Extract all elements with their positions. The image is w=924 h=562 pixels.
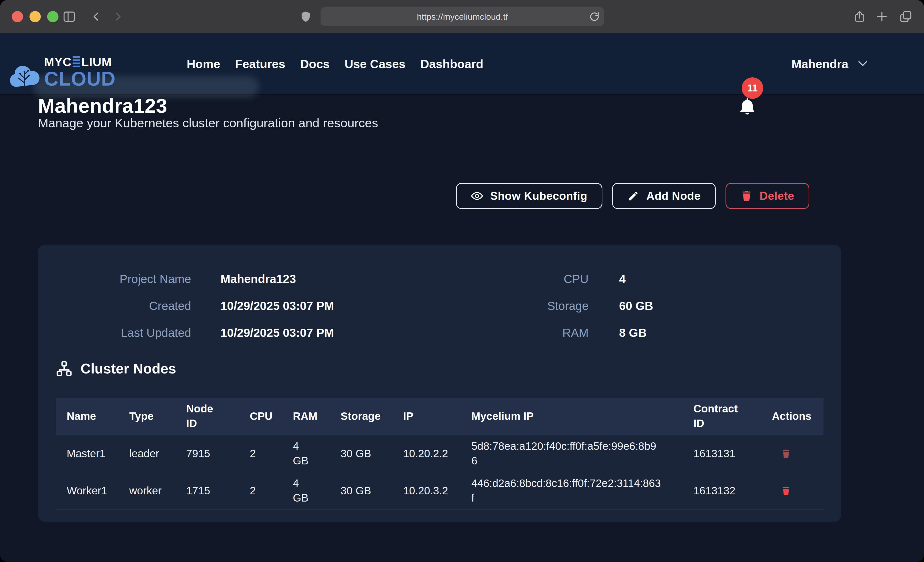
node-storage: 30 GB (340, 484, 403, 498)
tab-overview-icon[interactable] (899, 0, 912, 33)
nav-item-use-cases[interactable]: Use Cases (344, 57, 405, 71)
notification-badge: 11 (742, 77, 763, 99)
table-row: Worker1 worker 1715 2 4 GB 30 GB 10.20.3… (56, 472, 824, 510)
address-bar[interactable]: https://myceliumcloud.tf (321, 7, 604, 26)
back-button-icon[interactable] (90, 0, 102, 33)
detail-label: RAM (436, 320, 588, 346)
delete-cluster-button[interactable]: Delete (726, 183, 809, 209)
col-type: Type (129, 409, 186, 424)
last-updated-value: 10/29/2025 03:07 PM (220, 320, 334, 346)
col-contract-id: Contract ID (693, 402, 772, 430)
details-labels-left: Project Name Created Last Updated (38, 266, 191, 346)
node-type: leader (129, 447, 186, 461)
privacy-shield-icon[interactable] (300, 0, 312, 33)
pencil-icon (627, 190, 639, 202)
col-mycelium-ip: Mycelium IP (471, 409, 693, 424)
col-node-id: Node ID (186, 402, 250, 430)
url-text: https://myceliumcloud.tf (417, 12, 508, 22)
cluster-actions: Show Kubeconfig Add Node Delete (456, 183, 809, 209)
page-title: Mahendra123 (38, 94, 167, 118)
node-name: Master1 (67, 447, 129, 461)
user-name: Mahendra (791, 57, 848, 71)
node-name: Worker1 (67, 484, 129, 498)
cpu-value: 4 (619, 266, 653, 293)
refresh-icon[interactable] (589, 11, 600, 22)
detail-label: Project Name (38, 266, 191, 293)
logo-line1: MYC LIUM (44, 56, 116, 68)
table-row: Master1 leader 7915 2 4 GB 30 GB 10.20.2… (56, 435, 824, 472)
nav-links: Home Features Docs Use Cases Dashboard (187, 33, 483, 94)
cluster-nodes-table: Name Type Node ID CPU RAM Storage IP Myc… (56, 398, 824, 510)
cluster-nodes-heading: Cluster Nodes (56, 360, 176, 377)
logo-wordmark[interactable]: MYC LIUM CLOUD (44, 56, 116, 89)
minimize-window-button[interactable] (30, 11, 41, 22)
traffic-lights (12, 0, 58, 33)
row-actions (772, 485, 813, 496)
col-cpu: CPU (250, 409, 293, 424)
zoom-window-button[interactable] (47, 11, 58, 22)
node-contract-id: 1613131 (693, 447, 772, 461)
nav-item-dashboard[interactable]: Dashboard (420, 57, 483, 71)
close-window-button[interactable] (12, 11, 23, 22)
col-ip: IP (403, 409, 471, 424)
created-value: 10/29/2025 03:07 PM (220, 293, 334, 320)
site-navbar: MYC LIUM CLOUD Home Features Docs Use Ca… (0, 33, 924, 94)
browser-chrome: https://myceliumcloud.tf (0, 0, 924, 33)
col-actions: Actions (772, 409, 818, 424)
node-cpu: 2 (250, 447, 293, 461)
node-cpu: 2 (250, 484, 293, 498)
node-id: 1715 (186, 484, 250, 498)
add-node-button[interactable]: Add Node (612, 183, 716, 209)
eye-icon (471, 190, 483, 202)
project-name-value: Mahendra123 (220, 266, 334, 293)
table-header-row: Name Type Node ID CPU RAM Storage IP Myc… (56, 398, 824, 435)
detail-label: Storage (436, 293, 588, 320)
share-icon[interactable] (854, 0, 866, 33)
details-values-right: 4 60 GB 8 GB (619, 266, 653, 346)
sidebar-toggle-icon[interactable] (62, 0, 76, 33)
node-contract-id: 1613132 (693, 484, 772, 498)
row-actions (772, 448, 813, 459)
nav-item-home[interactable]: Home (187, 57, 220, 71)
detail-label: Created (38, 293, 191, 320)
node-ram: 4 GB (293, 439, 340, 468)
delete-node-icon[interactable] (781, 485, 791, 496)
network-icon (56, 360, 72, 377)
node-ip: 10.20.3.2 (403, 484, 471, 498)
ram-value: 8 GB (619, 320, 653, 346)
details-labels-right: CPU Storage RAM (436, 266, 588, 346)
node-mycelium-ip: 5d8:78ea:a120:f40c:ff0f:a5fe:99e6:8b96 (471, 439, 693, 468)
user-menu[interactable]: Mahendra (791, 33, 868, 94)
storage-value: 60 GB (619, 293, 653, 320)
nav-item-features[interactable]: Features (235, 57, 285, 71)
col-name: Name (67, 409, 129, 424)
details-values-left: Mahendra123 10/29/2025 03:07 PM 10/29/20… (220, 266, 334, 346)
node-ram: 4 GB (293, 476, 340, 505)
node-id: 7915 (186, 447, 250, 461)
logo-e-bars (73, 56, 80, 67)
logo-line2: CLOUD (44, 69, 116, 89)
node-storage: 30 GB (340, 447, 403, 461)
col-storage: Storage (340, 409, 403, 424)
notifications-button[interactable]: 11 (738, 77, 771, 124)
trash-icon (741, 190, 752, 202)
node-type: worker (129, 484, 186, 498)
nav-item-docs[interactable]: Docs (300, 57, 330, 71)
detail-label: CPU (436, 266, 588, 293)
cloud-logo-icon[interactable] (9, 58, 40, 93)
detail-label: Last Updated (38, 320, 191, 346)
show-kubeconfig-button[interactable]: Show Kubeconfig (456, 183, 602, 209)
cluster-details-card: Project Name Created Last Updated Mahend… (38, 245, 841, 522)
chevron-down-icon (858, 60, 868, 67)
forward-button-icon[interactable] (112, 0, 124, 33)
node-ip: 10.20.2.2 (403, 447, 471, 461)
browser-window: https://myceliumcloud.tf (0, 0, 924, 562)
page-subtitle: Manage your Kubernetes cluster configura… (38, 116, 378, 130)
node-mycelium-ip: 446:d2a6:8bcd:8c16:ff0f:72e2:3114:863f (471, 476, 693, 505)
delete-node-icon[interactable] (781, 448, 791, 459)
new-tab-icon[interactable] (876, 0, 888, 33)
col-ram: RAM (293, 409, 340, 424)
